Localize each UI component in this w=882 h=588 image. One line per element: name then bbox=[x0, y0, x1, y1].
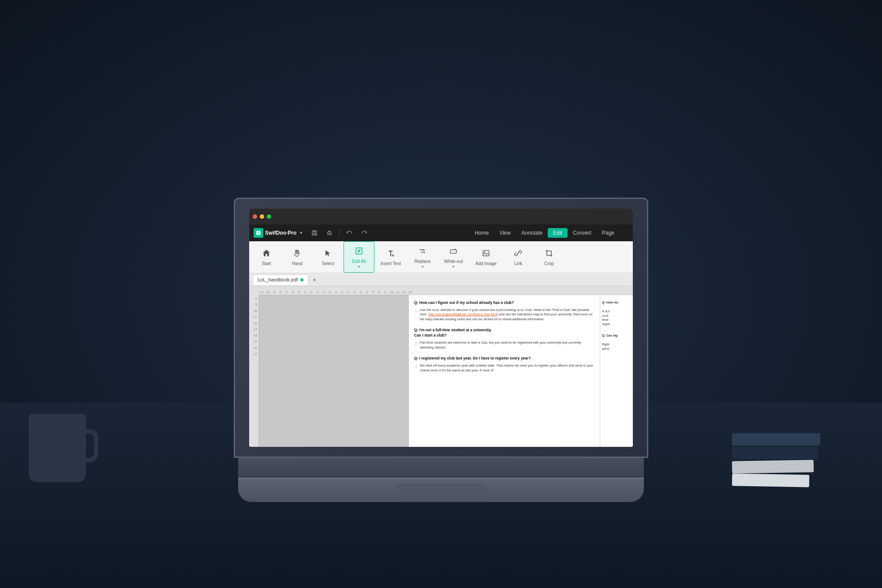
ruler-vertical: 8 9 10 11 12 13 14 15 16 17 bbox=[249, 286, 259, 447]
maximize-btn[interactable] bbox=[267, 214, 271, 219]
menu-item-view[interactable]: View bbox=[494, 228, 516, 238]
app-name-label: SwifDoo·Pro bbox=[265, 230, 296, 236]
doc-page-left bbox=[259, 295, 409, 447]
add-tab-button[interactable]: + bbox=[310, 275, 319, 284]
close-btn[interactable] bbox=[253, 214, 257, 219]
tool-add-image[interactable]: Add Image bbox=[469, 241, 503, 273]
tool-add-image-label: Add Image bbox=[475, 261, 497, 266]
link-icon bbox=[513, 248, 523, 259]
book-4 bbox=[732, 473, 809, 487]
laptop-keyboard bbox=[238, 454, 644, 479]
app-logo: SwifDoo·Pro ▼ bbox=[254, 228, 303, 238]
warning-icon-2: ⚠ bbox=[414, 341, 418, 350]
pdf-answer-text-1: Use the uLoL website to discover if your… bbox=[420, 308, 594, 322]
pdf-answer-text-3: We start off every academic year with a … bbox=[420, 363, 594, 373]
tool-hand[interactable]: Hand bbox=[282, 241, 313, 273]
pdf-section-1: Q: How can I figure out if my school alr… bbox=[414, 300, 594, 322]
replace-dropdown[interactable] bbox=[421, 266, 424, 268]
menu-item-annotate[interactable]: Annotate bbox=[516, 228, 548, 238]
content-area: 8 9 10 11 12 13 14 15 16 17 11 10 bbox=[249, 286, 633, 447]
book-1 bbox=[732, 433, 820, 446]
menu-bar: SwifDoo·Pro ▼ bbox=[249, 225, 633, 241]
tool-link[interactable]: Link bbox=[503, 241, 534, 273]
book-3 bbox=[732, 460, 814, 473]
ruler-v-12: 12 bbox=[249, 320, 258, 326]
title-bar bbox=[249, 209, 633, 225]
pdf-right-a1: A uLouLoLwoulregist bbox=[602, 309, 631, 326]
save-button[interactable] bbox=[308, 227, 321, 239]
menu-items: Home View Annotate Edit Convert Page bbox=[469, 228, 620, 238]
tool-select-label: Select bbox=[322, 261, 334, 266]
ruler-horizontal: 11 10 9 8 7 6 5 4 3 2 1 0 1 2 3 bbox=[259, 286, 633, 295]
pdf-answer-1: ⚠ Use the uLoL website to discover if yo… bbox=[414, 308, 594, 322]
undo-button[interactable] bbox=[343, 227, 355, 239]
tab-lol-handbook[interactable]: LoL_handbook.pdf bbox=[253, 274, 308, 285]
svg-rect-4 bbox=[329, 233, 330, 234]
laptop-bezel: SwifDoo·Pro ▼ bbox=[234, 198, 648, 458]
svg-rect-1 bbox=[313, 231, 316, 232]
edit-all-icon bbox=[354, 246, 364, 257]
svg-rect-2 bbox=[313, 233, 316, 235]
replace-icon: B bbox=[418, 246, 427, 257]
pdf-link-1[interactable]: http://uol.leagueoflegends.com/find-a-cl… bbox=[428, 312, 497, 316]
ruler-v-9: 9 bbox=[249, 301, 258, 307]
white-out-icon bbox=[448, 246, 458, 257]
ruler-v-10: 10 bbox=[249, 307, 258, 314]
print-button[interactable] bbox=[323, 227, 336, 239]
tool-white-out[interactable]: White-out bbox=[438, 241, 469, 273]
white-out-dropdown[interactable] bbox=[452, 266, 455, 268]
pdf-right-partial: Q: How ma A uLouLoLwoulregist Q: Can hig… bbox=[600, 295, 633, 447]
select-icon bbox=[323, 248, 333, 259]
warning-icon-3: ⚠ bbox=[414, 364, 418, 373]
toolbar: Start Hand bbox=[249, 241, 633, 273]
laptop-screen: SwifDoo·Pro ▼ bbox=[249, 209, 633, 447]
menu-item-edit[interactable]: Edit bbox=[548, 228, 568, 238]
doc-area: Q: How can I figure out if my school alr… bbox=[259, 295, 633, 447]
ruler-v-14: 14 bbox=[249, 332, 258, 338]
redo-button[interactable] bbox=[358, 227, 370, 239]
app-dropdown-arrow[interactable]: ▼ bbox=[299, 231, 303, 235]
pdf-question-1: Q: How can I figure out if my school alr… bbox=[414, 300, 594, 306]
crop-icon bbox=[544, 248, 554, 259]
pdf-answer-2: ⚠ Part-time students are welcome to star… bbox=[414, 341, 594, 350]
tool-replace[interactable]: B Replace bbox=[407, 241, 438, 273]
svg-text:B: B bbox=[423, 249, 425, 251]
pdf-answer-text-2: Part-time students are welcome to start … bbox=[420, 341, 594, 350]
tool-start[interactable]: Start bbox=[251, 241, 282, 273]
mug-decoration bbox=[29, 414, 86, 482]
menu-item-home[interactable]: Home bbox=[469, 228, 494, 238]
add-image-icon bbox=[481, 248, 491, 259]
tool-start-label: Start bbox=[262, 261, 271, 266]
tool-replace-label: Replace bbox=[415, 259, 431, 264]
tool-insert-text-label: Insert Text bbox=[381, 261, 401, 266]
pdf-right-a2: Rightwe're bbox=[602, 342, 631, 351]
start-icon bbox=[262, 248, 271, 259]
menu-item-page[interactable]: Page bbox=[597, 228, 620, 238]
pdf-section-3: Q: I registered my club last year. Do I … bbox=[414, 356, 594, 373]
menu-item-convert[interactable]: Convert bbox=[568, 228, 597, 238]
edit-all-dropdown[interactable] bbox=[358, 266, 360, 268]
tool-insert-text[interactable]: Insert Text bbox=[374, 241, 407, 273]
tab-dot bbox=[300, 278, 303, 281]
minimize-btn[interactable] bbox=[260, 214, 264, 219]
tool-link-label: Link bbox=[514, 261, 522, 266]
tool-edit-all[interactable]: Edit All bbox=[344, 241, 374, 273]
pdf-content[interactable]: Q: How can I figure out if my school alr… bbox=[409, 295, 600, 447]
warning-icon-1: ⚠ bbox=[414, 308, 418, 322]
ruler-v-17: 17 bbox=[249, 351, 258, 357]
tool-hand-label: Hand bbox=[292, 261, 303, 266]
laptop-trackpad bbox=[397, 483, 485, 497]
tool-select[interactable]: Select bbox=[313, 241, 344, 273]
main-view: 11 10 9 8 7 6 5 4 3 2 1 0 1 2 3 bbox=[259, 286, 633, 447]
hand-icon bbox=[292, 248, 302, 259]
svg-rect-9 bbox=[483, 251, 489, 256]
ruler-v-13: 13 bbox=[249, 326, 258, 332]
pdf-question-3: Q: I registered my club last year. Do I … bbox=[414, 356, 594, 361]
menu-separator-1 bbox=[339, 228, 340, 237]
ruler-v-8: 8 bbox=[249, 295, 258, 301]
ruler-v-16: 16 bbox=[249, 345, 258, 351]
pdf-answer-3: ⚠ We start off every academic year with … bbox=[414, 363, 594, 373]
pdf-right-q2: Q: Can hig bbox=[602, 333, 631, 338]
tool-crop[interactable]: Crop bbox=[534, 241, 564, 273]
insert-text-icon bbox=[386, 248, 396, 259]
